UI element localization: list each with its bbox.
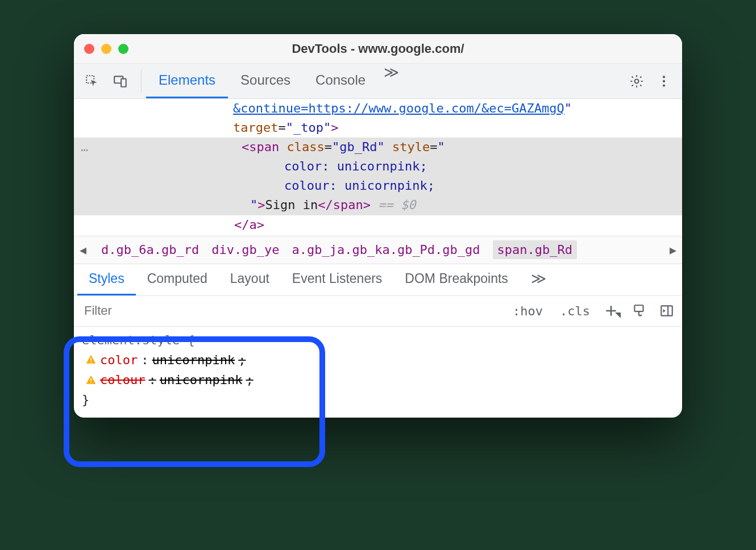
css-property-name[interactable]: color (100, 350, 138, 370)
dom-link-text: &continue=https://www.google.com/&ec=GAZ… (233, 101, 564, 115)
devtools-window: DevTools - www.google.com/ (74, 34, 682, 418)
dom-line[interactable]: target="_top"> (74, 118, 682, 138)
dom-line-selected[interactable]: ">Sign in</span> == $0 (74, 195, 682, 215)
breadcrumb-item[interactable]: div.gb_ye (211, 243, 279, 257)
breadcrumb-item-selected[interactable]: span.gb_Rd (493, 240, 577, 259)
breadcrumb-item[interactable]: d.gb_6a.gb_rd (101, 243, 199, 257)
toggle-sidebar-icon[interactable] (657, 301, 676, 320)
svg-rect-7 (634, 305, 643, 311)
warning-icon (85, 354, 97, 365)
svg-rect-2 (121, 78, 126, 86)
styles-toolbar: :hov .cls (74, 296, 682, 327)
dom-line-selected[interactable]: … <span class="gb_Rd" style=" (74, 138, 682, 157)
style-selector[interactable]: element.style { (82, 330, 674, 350)
breadcrumb-scroll-right-icon[interactable]: ▶ (667, 243, 679, 257)
filter-input[interactable] (83, 303, 197, 319)
breadcrumb-item[interactable]: a.gb_ja.gb_ka.gb_Pd.gb_gd (292, 243, 480, 257)
subtab-styles[interactable]: Styles (77, 264, 136, 295)
subtab-computed[interactable]: Computed (136, 264, 219, 295)
expand-ellipsis-icon[interactable]: … (74, 138, 108, 157)
svg-rect-13 (90, 382, 92, 383)
svg-point-6 (663, 84, 665, 86)
svg-rect-12 (90, 378, 92, 381)
tab-elements-label: Elements (159, 72, 215, 88)
svg-rect-11 (90, 362, 92, 363)
tab-console-label: Console (315, 72, 365, 88)
hov-toggle-button[interactable]: :hov (508, 302, 547, 320)
inspect-element-icon[interactable] (81, 70, 103, 93)
warning-icon (85, 374, 97, 386)
minimize-window-button[interactable] (101, 44, 111, 54)
dom-line-selected[interactable]: colour: unicornpink; (74, 176, 682, 195)
tab-console[interactable]: Console (303, 64, 378, 98)
tab-sources[interactable]: Sources (228, 64, 303, 98)
paint-brush-icon[interactable] (630, 301, 649, 320)
style-close-brace: } (82, 390, 674, 410)
device-toolbar-icon[interactable] (109, 70, 132, 93)
styles-pane-tabs: Styles Computed Layout Event Listeners D… (74, 264, 682, 296)
cls-toggle-button[interactable]: .cls (555, 302, 595, 320)
window-title: DevTools - www.google.com/ (74, 41, 682, 56)
dom-line-selected[interactable]: color: unicornpink; (74, 157, 682, 176)
subtab-dom-breakpoints[interactable]: DOM Breakpoints (393, 264, 520, 295)
svg-point-5 (663, 80, 665, 82)
style-property-row[interactable]: colour: unicornpink; (82, 370, 674, 390)
subtab-event-listeners[interactable]: Event Listeners (281, 264, 394, 295)
svg-rect-10 (90, 358, 92, 361)
style-property-row[interactable]: color: unicornpink; (82, 350, 674, 370)
more-tabs-icon[interactable]: ≫ (378, 64, 405, 98)
dom-line[interactable]: &continue=https://www.google.com/&ec=GAZ… (74, 99, 682, 118)
tab-elements[interactable]: Elements (146, 64, 228, 98)
svg-point-3 (635, 79, 639, 83)
dom-tree[interactable]: &continue=https://www.google.com/&ec=GAZ… (74, 99, 682, 236)
panel-tabs: Elements Sources Console ≫ (146, 64, 405, 98)
window-titlebar: DevTools - www.google.com/ (74, 34, 682, 64)
settings-gear-icon[interactable] (625, 70, 648, 93)
dom-breadcrumb: ◀ d.gb_6a.gb_rd div.gb_ye a.gb_ja.gb_ka.… (74, 236, 682, 264)
css-property-name[interactable]: colour (100, 370, 145, 390)
breadcrumb-scroll-left-icon[interactable]: ◀ (77, 243, 89, 257)
css-property-value[interactable]: unicornpink (160, 370, 243, 390)
svg-rect-8 (661, 306, 672, 315)
new-style-rule-button[interactable] (603, 301, 622, 320)
main-toolbar: Elements Sources Console ≫ (74, 64, 682, 99)
more-subtabs-icon[interactable]: ≫ (520, 264, 558, 295)
traffic-lights (84, 44, 128, 54)
close-window-button[interactable] (84, 44, 94, 54)
maximize-window-button[interactable] (118, 44, 128, 54)
css-property-value[interactable]: unicornpink (152, 350, 235, 370)
svg-point-4 (663, 76, 665, 78)
subtab-layout[interactable]: Layout (219, 264, 281, 295)
dom-line[interactable]: </a> (74, 215, 682, 235)
tab-sources-label: Sources (240, 72, 290, 88)
styles-rules-pane[interactable]: element.style { color: unicornpink; colo… (74, 327, 682, 418)
kebab-menu-icon[interactable] (653, 70, 675, 93)
